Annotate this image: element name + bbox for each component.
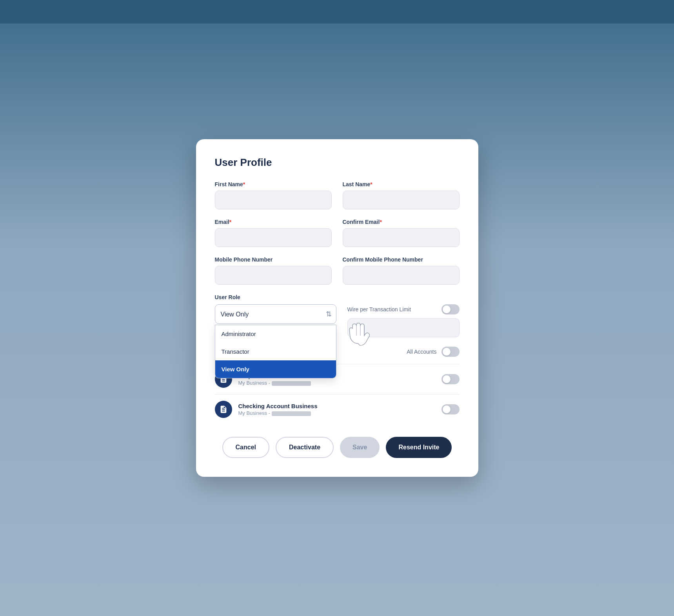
email-required: * [229, 219, 231, 225]
modal-backdrop: User Profile First Name* Last Name* Emai… [0, 0, 674, 616]
all-accounts-label: All Accounts [407, 349, 436, 355]
account-number-redacted-2 [272, 411, 311, 416]
first-name-input[interactable] [215, 191, 332, 209]
mobile-input[interactable] [215, 266, 332, 285]
account-info-checking: Checking Account Business My Business - [238, 403, 441, 416]
name-row: First Name* Last Name* [215, 181, 460, 209]
confirm-email-required: * [380, 219, 382, 225]
confirm-email-group: Confirm Email* [343, 219, 460, 247]
last-name-label: Last Name* [343, 181, 460, 187]
email-label: Email* [215, 219, 332, 225]
email-input[interactable] [215, 228, 332, 247]
role-select-wrapper: Administrator Transactor View Only ⇅ Adm… [215, 304, 336, 324]
account-icon-checking [215, 401, 232, 418]
confirm-mobile-input[interactable] [343, 266, 460, 285]
dropdown-item-administrator[interactable]: Administrator [215, 325, 336, 343]
user-role-label: User Role [215, 294, 460, 300]
confirm-mobile-label: Confirm Mobile Phone Number [343, 256, 460, 263]
cancel-button[interactable]: Cancel [222, 437, 269, 458]
role-section: User Role Administrator Transactor View … [215, 294, 460, 337]
resend-invite-button[interactable]: Resend Invite [386, 437, 452, 458]
dropdown-item-transactor[interactable]: Transactor [215, 343, 336, 360]
role-dropdown-menu: Administrator Transactor View Only [215, 325, 336, 378]
confirm-mobile-group: Confirm Mobile Phone Number [343, 256, 460, 285]
mobile-label: Mobile Phone Number [215, 256, 332, 263]
role-select[interactable]: Administrator Transactor View Only [215, 304, 336, 324]
wire-limit-input[interactable] [347, 318, 460, 337]
account-sub-corporate: My Business - [238, 380, 441, 386]
mobile-group: Mobile Phone Number [215, 256, 332, 285]
mobile-row: Mobile Phone Number Confirm Mobile Phone… [215, 256, 460, 285]
email-row: Email* Confirm Email* [215, 219, 460, 247]
wire-limit-toggle[interactable] [441, 304, 460, 314]
user-profile-modal: User Profile First Name* Last Name* Emai… [196, 139, 478, 477]
all-accounts-toggle[interactable] [441, 347, 460, 357]
confirm-email-input[interactable] [343, 228, 460, 247]
button-row: Cancel Deactivate Save Resend Invite [215, 437, 460, 458]
deactivate-button[interactable]: Deactivate [276, 437, 334, 458]
corporate-account-toggle[interactable] [441, 374, 460, 384]
account-sub-checking: My Business - [238, 410, 441, 416]
first-name-required: * [243, 181, 245, 187]
wire-toggle-row: Wire per Transaction Limit [347, 304, 460, 314]
account-number-redacted-1 [272, 381, 311, 386]
first-name-label: First Name* [215, 181, 332, 187]
checking-account-toggle[interactable] [441, 404, 460, 414]
all-accounts-row: All Accounts [407, 347, 459, 357]
account-name-checking: Checking Account Business [238, 403, 441, 409]
first-name-group: First Name* [215, 181, 332, 209]
confirm-email-label: Confirm Email* [343, 219, 460, 225]
last-name-group: Last Name* [343, 181, 460, 209]
wire-limit-area: Wire per Transaction Limit [347, 304, 460, 337]
last-name-required: * [370, 181, 372, 187]
wire-limit-label: Wire per Transaction Limit [347, 306, 411, 313]
dropdown-item-view-only[interactable]: View Only [215, 360, 336, 378]
save-button[interactable]: Save [340, 437, 380, 458]
last-name-input[interactable] [343, 191, 460, 209]
modal-title: User Profile [215, 156, 460, 169]
account-item-checking: Checking Account Business My Business - [215, 394, 460, 424]
role-row: Administrator Transactor View Only ⇅ Adm… [215, 304, 460, 337]
email-group: Email* [215, 219, 332, 247]
